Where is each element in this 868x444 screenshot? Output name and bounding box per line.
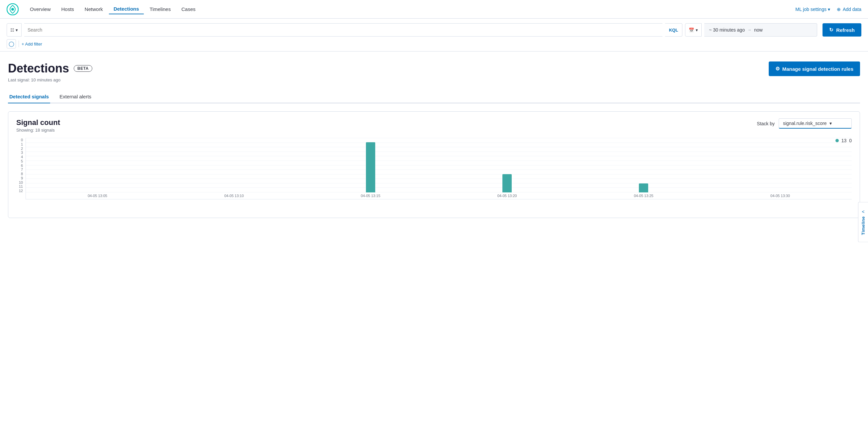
svg-point-1 — [11, 8, 14, 11]
nav-right: ML job settings ▾ ⊕ Add data — [795, 7, 861, 12]
bar — [502, 174, 512, 193]
nav-links: Overview Hosts Network Detections Timeli… — [25, 4, 795, 14]
y-axis-label: 9 — [16, 176, 23, 180]
bar — [639, 183, 648, 193]
nav-item-cases[interactable]: Cases — [177, 4, 200, 14]
x-axis-label: 04-05 13:15 — [302, 194, 439, 198]
x-axis-label: 04-05 13:20 — [439, 194, 576, 198]
card-title: Signal count — [16, 118, 60, 127]
search-row: ☷ ▾ KQL 📅 ▾ ~ 30 minutes ago → now ↻ Ref… — [7, 23, 861, 36]
chevron-down-icon: ▾ — [828, 7, 830, 12]
card-subtitle: Showing: 18 signals — [16, 128, 60, 132]
add-data-label: Add data — [843, 7, 861, 12]
top-navigation: Overview Hosts Network Detections Timeli… — [0, 0, 868, 19]
y-axis-label: 1 — [16, 142, 23, 146]
y-axis-label: 2 — [16, 147, 23, 151]
stack-by-select[interactable]: signal.rule.risk_score ▾ — [779, 118, 852, 128]
add-data-button[interactable]: ⊕ Add data — [837, 7, 861, 12]
filter-icon: ◯ — [9, 41, 14, 47]
x-axis-label: 04-05 13:05 — [29, 194, 166, 198]
chevron-down-icon: ▾ — [830, 121, 848, 126]
arrow-right-icon: → — [747, 28, 751, 32]
y-axis-label: 12 — [16, 189, 23, 193]
signal-count-card: Signal count Showing: 18 signals Stack b… — [8, 111, 860, 218]
time-to-label: now — [754, 27, 763, 33]
nav-item-timelines[interactable]: Timelines — [145, 4, 176, 14]
refresh-label: Refresh — [836, 27, 855, 33]
tab-detected-signals[interactable]: Detected signals — [8, 90, 50, 103]
bar-group[interactable] — [576, 183, 712, 193]
chevron-down-icon: ▾ — [16, 28, 18, 33]
tab-external-alerts[interactable]: External alerts — [58, 90, 93, 103]
filter-toggle-button[interactable]: ◯ — [7, 39, 16, 49]
ml-job-settings-label: ML job settings — [795, 7, 827, 12]
page-header: Detections BETA Last signal: 10 minutes … — [8, 61, 860, 82]
last-signal-text: Last signal: 10 minutes ago — [8, 78, 92, 82]
y-axis-label: 11 — [16, 184, 23, 188]
card-header: Signal count Showing: 18 signals Stack b… — [16, 118, 852, 132]
stack-by-row: Stack by signal.rule.risk_score ▾ — [757, 118, 852, 128]
card-title-area: Signal count Showing: 18 signals — [16, 118, 60, 132]
bars-container — [26, 138, 852, 193]
chevron-down-icon: ▾ — [696, 28, 698, 33]
y-axis-label: 0 — [16, 138, 23, 142]
x-axis-label: 04-05 13:10 — [166, 194, 302, 198]
y-axis-label: 3 — [16, 151, 23, 154]
y-axis-label: 7 — [16, 168, 23, 172]
ml-job-settings-button[interactable]: ML job settings ▾ — [795, 7, 830, 12]
nav-item-hosts[interactable]: Hosts — [57, 4, 79, 14]
search-bar-container: ☷ ▾ KQL 📅 ▾ ~ 30 minutes ago → now ↻ Ref… — [0, 19, 868, 52]
timeline-chevron-icon: < — [862, 209, 864, 214]
search-input[interactable] — [28, 27, 659, 33]
chart-plot: 04-05 13:0504-05 13:1004-05 13:1504-05 1… — [26, 138, 852, 199]
y-axis-label: 6 — [16, 164, 23, 168]
y-axis-label: 4 — [16, 155, 23, 159]
plus-icon: ⊕ — [837, 7, 841, 12]
date-range-display[interactable]: ~ 30 minutes ago → now — [704, 23, 817, 36]
calendar-icon: 📅 — [689, 28, 694, 33]
timeline-sidebar[interactable]: < Timeline — [858, 202, 868, 226]
search-input-wrap — [24, 23, 662, 36]
logo[interactable] — [7, 3, 19, 15]
refresh-icon: ↻ — [829, 27, 834, 33]
y-axis-label: 5 — [16, 159, 23, 163]
manage-rules-label: Manage signal detection rules — [782, 66, 854, 72]
gear-icon: ⚙ — [775, 66, 780, 72]
main-content: Detections BETA Last signal: 10 minutes … — [0, 52, 868, 226]
time-from-label: ~ 30 minutes ago — [709, 27, 745, 33]
y-axis-label: 8 — [16, 172, 23, 176]
y-axis: 1211109876543210 — [16, 138, 26, 199]
filter-row: ◯ + Add filter — [7, 39, 861, 49]
page-title: Detections — [8, 61, 69, 76]
stack-by-label: Stack by — [757, 121, 775, 126]
x-axis-label: 04-05 13:30 — [712, 194, 848, 198]
tabs-container: Detected signals External alerts — [8, 90, 860, 103]
search-type-button[interactable]: ☷ ▾ — [7, 23, 22, 36]
date-picker-button[interactable]: 📅 ▾ — [685, 23, 702, 36]
x-axis: 04-05 13:0504-05 13:1004-05 13:1504-05 1… — [26, 193, 852, 199]
chart-area: 1211109876543210 04-05 13:0504-05 13:100… — [16, 138, 852, 199]
y-axis-label: 10 — [16, 180, 23, 184]
nav-item-detections[interactable]: Detections — [109, 4, 144, 14]
nav-item-network[interactable]: Network — [80, 4, 107, 14]
kql-toggle-button[interactable]: KQL — [665, 23, 682, 36]
bar-group[interactable] — [302, 142, 439, 193]
bar-group[interactable] — [439, 174, 576, 193]
stack-by-value: signal.rule.risk_score — [783, 121, 827, 126]
x-axis-label: 04-05 13:25 — [576, 194, 712, 198]
bar — [366, 142, 375, 193]
timeline-sidebar-label: Timeline — [861, 216, 866, 226]
filter-divider — [19, 40, 19, 47]
add-filter-button[interactable]: + Add filter — [22, 41, 42, 47]
nav-item-overview[interactable]: Overview — [25, 4, 56, 14]
beta-badge: BETA — [74, 65, 92, 72]
chart-container: 13 0 1211109876543210 04-05 13:0504-05 1… — [16, 138, 852, 211]
page-title-area: Detections BETA Last signal: 10 minutes … — [8, 61, 92, 82]
manage-rules-button[interactable]: ⚙ Manage signal detection rules — [769, 61, 860, 76]
document-icon: ☷ — [10, 28, 14, 33]
refresh-button[interactable]: ↻ Refresh — [823, 23, 861, 36]
page-title-row: Detections BETA — [8, 61, 92, 76]
